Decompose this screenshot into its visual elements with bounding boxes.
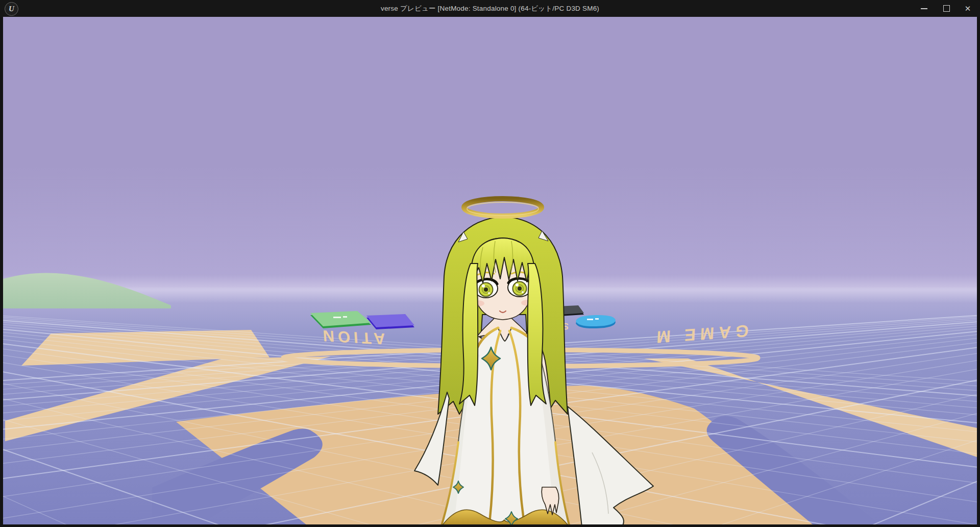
game-viewport[interactable]: ATION GAME M S S xyxy=(3,17,977,524)
maximize-icon xyxy=(943,5,950,12)
minimize-button[interactable] xyxy=(913,0,935,17)
window-border-left xyxy=(0,17,3,527)
window-border-bottom xyxy=(0,524,980,527)
unreal-engine-logo-icon[interactable]: U xyxy=(5,2,18,16)
maximize-button[interactable] xyxy=(935,0,958,17)
horizon-haze xyxy=(3,275,977,303)
window-border-right xyxy=(977,17,980,527)
close-button[interactable]: ✕ xyxy=(957,0,979,17)
close-icon: ✕ xyxy=(965,4,971,13)
sky xyxy=(3,17,977,289)
window-titlebar[interactable]: U verse プレビュー [NetMode: Standalone 0] (6… xyxy=(0,0,980,17)
window-title: verse プレビュー [NetMode: Standalone 0] (64-… xyxy=(0,4,980,13)
minimize-icon xyxy=(921,8,927,9)
floor xyxy=(3,288,977,524)
